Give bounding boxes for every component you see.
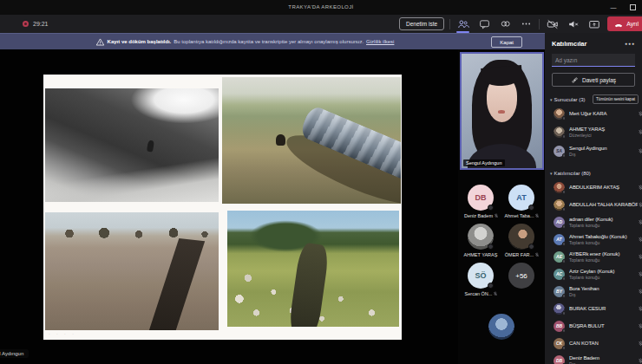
status-badge	[562, 346, 567, 350]
avatar: DB	[468, 185, 494, 211]
avatar: AT	[554, 234, 565, 245]
speaker-muted-button[interactable]	[566, 15, 581, 33]
avatar: AE	[554, 251, 565, 263]
privacy-policy-link[interactable]: Gizlilik ilkesi	[366, 39, 394, 44]
participant-tile[interactable]: AHMET YARAŞ	[461, 224, 501, 257]
video-person-lips	[498, 110, 505, 114]
mute-all-button[interactable]: Tümünün sesini kapat	[593, 94, 639, 104]
participant-name: BÜŞRA BULUT	[569, 323, 638, 328]
avatar-initials: AT	[556, 237, 561, 242]
avatar: SA	[554, 146, 565, 157]
photo-person-shape	[147, 140, 154, 153]
attendees-section-header[interactable]: ▾ Katılımcılar (80)	[550, 167, 639, 179]
camera-off-button[interactable]	[545, 15, 560, 33]
avatar: AC	[554, 269, 565, 280]
avatar: AT	[508, 185, 534, 211]
recording-dot-icon	[23, 21, 29, 27]
participant-tile[interactable]: DB Deniz Badem	[461, 185, 501, 218]
mic-muted-icon	[638, 254, 642, 260]
participant-subtitle: Düzenleyici	[569, 133, 638, 138]
presenters-section-label: Sunucular (3)	[554, 97, 586, 102]
participant-row[interactable]: Mert Uğur KARA	[545, 105, 642, 122]
participant-row[interactable]: BB BÜŞRA BULUT	[545, 317, 642, 335]
leave-button[interactable]: Ayrıl	[607, 16, 642, 31]
presenters-section-header[interactable]: ▾ Sunucular (3) Tümünün sesini kapat	[550, 94, 639, 105]
mic-muted-icon	[638, 306, 642, 312]
status-badge	[488, 283, 494, 289]
warning-icon	[95, 37, 105, 47]
divider	[449, 19, 450, 29]
reactions-button[interactable]	[497, 15, 513, 33]
slide-footer-marks: · · · ·	[49, 331, 76, 336]
tile-name: Deniz Badem	[461, 212, 501, 218]
participants-panel: Katılımcılar ●●● Ad yazın Daveti paylaş …	[545, 33, 642, 364]
participant-tile[interactable]: AT Ahmet Taba...	[501, 185, 541, 218]
participant-name: AYBERk enez (Konuk)	[569, 251, 638, 257]
mic-muted-icon	[534, 213, 540, 218]
chat-button[interactable]	[476, 15, 492, 33]
overflow-count-label: +56	[515, 272, 527, 280]
tile-name: ÖMER FAR...	[501, 251, 541, 257]
minimize-button[interactable]: —	[604, 0, 623, 15]
recording-indicator: 29:21	[23, 15, 49, 33]
teams-meeting-window: TRAKYA'DA ARKEOLOJİ — 29:21 Denetim iste	[0, 0, 642, 364]
participant-row[interactable]: CK CAN KOTAN	[545, 335, 642, 352]
photo-treeline-shape	[45, 226, 219, 240]
avatar: CK	[554, 338, 565, 349]
meeting-timer: 29:21	[33, 21, 49, 27]
participant-name: Deniz Badem	[569, 355, 638, 361]
participant-row[interactable]: AD adnan diler (Konuk)Toplantı konuğu	[545, 213, 642, 231]
chevron-down-icon: ▾	[550, 97, 553, 102]
status-badge	[528, 205, 534, 211]
participant-tile[interactable]	[482, 314, 521, 340]
tile-name-label: AHMET YARAŞ	[464, 252, 498, 257]
participant-subtitle: Dış	[569, 292, 638, 297]
participant-tile[interactable]: SÖ Sercan ÖN...	[461, 263, 501, 296]
overflow-count-tile[interactable]: +56	[501, 263, 541, 289]
participant-tile[interactable]: ÖMER FAR...	[501, 224, 541, 257]
search-input[interactable]: Ad yazın	[552, 54, 635, 67]
banner-close-button[interactable]: Kapat	[491, 36, 522, 48]
participant-row[interactable]: AE AYBERk enez (Konuk)Toplantı konuğu	[545, 248, 642, 265]
mic-muted-icon	[638, 129, 642, 135]
participant-row[interactable]: SA Sengul AydingunDış	[545, 141, 642, 160]
request-control-button[interactable]: Denetim iste	[399, 17, 444, 30]
avatar-photo	[554, 108, 565, 120]
share-invite-button[interactable]: Daveti paylaş	[552, 73, 635, 87]
avatar-initials: DB	[475, 193, 487, 202]
presenter-name-overlay: Sengul Aydıngun	[0, 349, 29, 358]
toolbar-actions: Denetim iste	[399, 15, 642, 33]
avatar-initials: AC	[556, 271, 562, 276]
people-icon	[457, 18, 469, 30]
participant-subtitle: Toplantı konuğu	[569, 257, 638, 263]
participant-row[interactable]: AT Ahmet Tabakoğlu (Konuk)Toplantı konuğ…	[545, 231, 642, 248]
mic-muted-icon	[638, 185, 642, 191]
mic-muted-icon	[638, 289, 642, 295]
participant-name: CAN KOTAN	[569, 341, 638, 346]
people-button[interactable]	[455, 15, 471, 33]
participant-row[interactable]: DB Deniz BademDış	[545, 352, 642, 364]
spotlight-video-tile[interactable]: Sengul Aydıngun	[460, 52, 544, 170]
participant-row[interactable]: ABDULLAH TALHA KARABÖRİK	[545, 196, 642, 213]
participant-row[interactable]: AHMET YARAŞDüzenleyici	[545, 122, 642, 141]
avatar-initials: AD	[556, 219, 562, 224]
participant-row[interactable]: ABDULKERIM AKTAŞ	[545, 179, 642, 196]
recording-banner: Kayıt ve döküm başlatıldı. Bu toplantıya…	[0, 33, 545, 49]
participant-row[interactable]: BURAK CESUR	[545, 300, 642, 317]
more-options-button[interactable]	[518, 15, 534, 33]
status-badge	[562, 276, 567, 281]
banner-bold-text: Kayıt ve döküm başlatıldı.	[108, 39, 172, 44]
status-badge	[562, 116, 567, 120]
participant-row[interactable]: BY Bora YenihanDış	[545, 283, 642, 300]
mic-muted-icon	[638, 271, 642, 277]
share-screen-button[interactable]	[586, 15, 602, 33]
presentation-slide: · · · ·	[43, 75, 402, 340]
maximize-button[interactable]	[623, 0, 642, 15]
participant-row[interactable]: AC Aziz Ceylan (Konuk)Toplantı konuğu	[545, 265, 642, 283]
chat-icon	[479, 18, 490, 29]
slide-photo-pipe-field	[222, 77, 401, 204]
mic-muted-icon	[638, 237, 642, 243]
avatar-initials: AE	[556, 254, 562, 259]
panel-menu-button[interactable]: ●●●	[625, 41, 635, 46]
avatar-photo	[554, 127, 565, 138]
